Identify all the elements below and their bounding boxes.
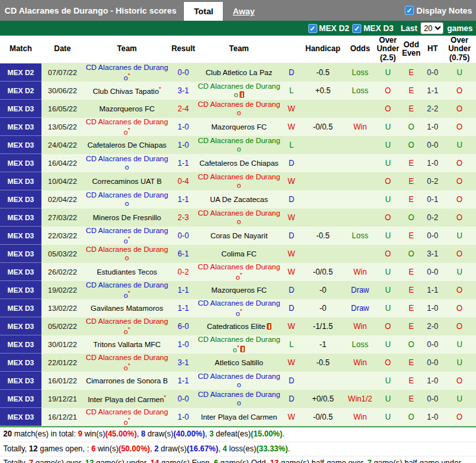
over-under-0-75: O xyxy=(443,118,476,136)
home-team: CD Alacranes de Durango xyxy=(84,245,170,263)
match-row: MEX D327/03/22Mineros De Fresnillo2-3CD … xyxy=(0,209,476,227)
league-badge: MEX D3 xyxy=(0,299,41,317)
over-under-2-5: O xyxy=(376,100,400,118)
over-under-2-5: U xyxy=(376,299,400,317)
away-team: Colima FC xyxy=(196,245,282,263)
mex-d3-checkbox[interactable]: ✓ xyxy=(352,24,361,33)
home-team: CD Alacranes de Durango* xyxy=(84,227,170,245)
away-team: CD Alacranes de Durango xyxy=(196,372,282,390)
over-under-2-5: U xyxy=(376,227,400,245)
match-row: MEX D319/02/22CD Alacranes de Durango*1-… xyxy=(0,281,476,299)
handicap-value xyxy=(301,172,345,190)
league-badge: MEX D3 xyxy=(0,372,41,390)
odd-even: O xyxy=(400,209,422,227)
half-time-score: 3-1 xyxy=(422,245,443,263)
handicap-value: -0.5 xyxy=(301,63,345,82)
match-score: 1-1 xyxy=(170,372,196,390)
result-letter: D xyxy=(282,190,301,209)
match-score: 0-2 xyxy=(170,263,196,281)
tab-away[interactable]: Away xyxy=(223,2,264,21)
last-games-select[interactable]: 20 xyxy=(420,22,444,34)
over-under-0-75: U xyxy=(443,335,476,354)
odd-even: E xyxy=(400,154,422,172)
away-team: Atletico Saltillo xyxy=(196,354,282,372)
half-time-score: 2-0 xyxy=(422,317,443,335)
match-row: MEX D316/05/22Mazorqueros FC2-4CD Alacra… xyxy=(0,100,476,118)
tab-total[interactable]: Total xyxy=(184,2,223,21)
match-score: 0-0 xyxy=(170,390,196,408)
column-header: Team xyxy=(196,36,282,63)
odd-even: E xyxy=(400,227,422,245)
odds-result: Win1/2 xyxy=(345,390,376,408)
odd-even: E xyxy=(400,190,422,209)
result-letter: W xyxy=(282,118,301,136)
odds-result xyxy=(345,372,376,390)
team-note-star: * xyxy=(128,72,130,78)
half-time-score: 1-1 xyxy=(422,281,443,299)
away-team: CD Alacranes de Durango xyxy=(196,172,282,190)
home-team: Cafetaleros De Chiapas xyxy=(84,136,170,154)
over-under-0-75: O xyxy=(443,281,476,299)
over-under-0-75: O xyxy=(443,317,476,335)
home-team: CD Alacranes de Durango* xyxy=(84,408,170,426)
filter-mex-d3[interactable]: ✓ MEX D3 xyxy=(352,24,394,33)
team-note-star: * xyxy=(128,235,130,242)
away-team: CD Alacranes de Durango* xyxy=(196,263,282,281)
over-under-0-75: U xyxy=(443,136,476,154)
match-score: 0-4 xyxy=(170,172,196,190)
mex-d2-checkbox[interactable]: ✓ xyxy=(308,24,317,33)
match-score: 2-4 xyxy=(170,100,196,118)
team-note-star: * xyxy=(164,394,166,400)
match-date: 19/12/21 xyxy=(41,390,84,408)
league-badge: MEX D3 xyxy=(0,408,41,426)
topbar-spacer xyxy=(264,0,405,21)
odds-result: Win xyxy=(345,408,376,426)
display-notes-toggle[interactable]: ✓ Display Notes xyxy=(405,0,476,21)
handicap-value xyxy=(301,136,345,154)
display-notes-checkbox[interactable]: ✓ xyxy=(405,6,414,15)
handicap-value: +0/0.5 xyxy=(301,390,345,408)
away-team: Mazorqueros FC xyxy=(196,118,282,136)
odds-result: Win xyxy=(345,354,376,372)
away-team: UA De Zacatecas xyxy=(196,190,282,209)
odd-even: O xyxy=(400,136,422,154)
home-team: Mineros De Fresnillo xyxy=(84,209,170,227)
handicap-value: -0/0.5 xyxy=(301,118,345,136)
team-note-star: * xyxy=(128,362,130,368)
team-note-star: * xyxy=(240,308,242,314)
over-under-2-5: O xyxy=(376,354,400,372)
games-label: games xyxy=(447,24,473,33)
league-badge: MEX D3 xyxy=(0,354,41,372)
over-under-2-5: U xyxy=(376,136,400,154)
red-card-icon xyxy=(267,323,271,330)
result-letter: D xyxy=(282,154,301,172)
odd-even: E xyxy=(400,63,422,82)
league-badge: MEX D3 xyxy=(0,136,41,154)
column-header: Result xyxy=(170,36,196,63)
column-header: Match xyxy=(0,36,41,63)
summary-line: 20 match(es) in total: 9 win(s)(45.00%),… xyxy=(0,427,476,442)
home-team: Mazorqueros FC xyxy=(84,100,170,118)
team-note-star: * xyxy=(240,271,242,278)
over-under-0-75: O xyxy=(443,408,476,426)
over-under-2-5: O xyxy=(376,317,400,335)
handicap-value xyxy=(301,190,345,209)
half-time-score: 1-0 xyxy=(422,372,443,390)
half-time-score: 0-0 xyxy=(422,354,443,372)
result-letter: W xyxy=(282,100,301,118)
odds-result xyxy=(345,190,376,209)
team-note-star: * xyxy=(128,326,130,332)
handicap-value xyxy=(301,245,345,263)
mex-d3-label: MEX D3 xyxy=(363,24,394,33)
column-header: Handicap xyxy=(301,36,345,63)
match-row: MEX D319/12/21Inter Playa del Carmen*0-0… xyxy=(0,390,476,408)
half-time-score: 0-0 xyxy=(422,335,443,354)
match-row: MEX D316/12/21CD Alacranes de Durango*1-… xyxy=(0,408,476,426)
filter-mex-d2[interactable]: ✓ MEX D2 xyxy=(308,24,350,33)
result-letter: L xyxy=(282,335,301,354)
half-time-score: 1-0 xyxy=(422,299,443,317)
half-time-score: 1-0 xyxy=(422,154,443,172)
team-note-star: * xyxy=(237,344,240,350)
column-header: Odds xyxy=(345,36,376,63)
half-time-score: 2-2 xyxy=(422,100,443,118)
